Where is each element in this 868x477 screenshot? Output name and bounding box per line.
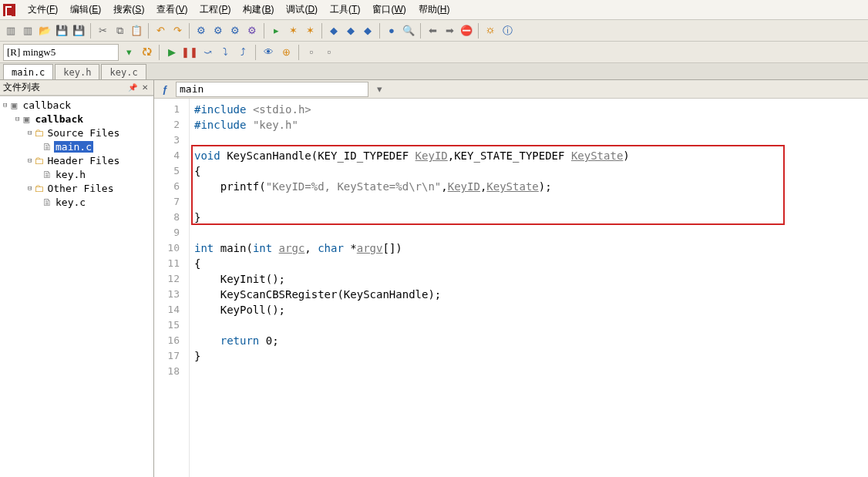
- nav-back-icon[interactable]: ⬅: [425, 23, 440, 39]
- cut-icon[interactable]: ✂: [95, 23, 110, 39]
- panel-close-icon[interactable]: ✕: [140, 82, 150, 93]
- play-icon[interactable]: ▶: [164, 45, 180, 60]
- tab-main-c[interactable]: main.c: [3, 64, 53, 79]
- config-run-icon[interactable]: ▾: [121, 45, 136, 60]
- menu-w[interactable]: 窗口(W): [366, 0, 412, 19]
- separator: [189, 23, 190, 39]
- project-tree[interactable]: ⊟▣callback⊟▣callback⊟🗀Source Files 🗎main…: [0, 96, 153, 477]
- watch-icon[interactable]: 👁: [261, 45, 276, 60]
- stop-icon[interactable]: ⛔: [459, 23, 474, 39]
- open-file-icon[interactable]: 📂: [37, 23, 52, 39]
- tree-group[interactable]: ⊟🗀Header Files: [0, 153, 153, 167]
- step-out-icon[interactable]: ⤴: [235, 45, 251, 60]
- bookmark-prev-icon[interactable]: ◆: [360, 23, 375, 39]
- nav-fwd-icon[interactable]: ➡: [442, 23, 457, 39]
- build-icon[interactable]: ⚙: [193, 23, 209, 39]
- menu-p[interactable]: 工程(P): [193, 0, 237, 19]
- new-file-icon[interactable]: ▥: [3, 23, 19, 39]
- menu-v[interactable]: 查看(V): [150, 0, 193, 19]
- editor-nav-bar: ƒ ▾: [154, 80, 868, 99]
- panel-header: 文件列表 📌 ✕: [0, 80, 153, 96]
- tree-workspace[interactable]: ⊟▣callback: [0, 98, 153, 112]
- build-all-icon[interactable]: ⚙: [210, 23, 226, 39]
- save-icon[interactable]: 💾: [54, 23, 69, 39]
- debug-tool2-icon[interactable]: ✶: [302, 23, 318, 39]
- pause-icon[interactable]: ❚❚: [182, 45, 197, 60]
- step-into-icon[interactable]: ⤵: [217, 45, 233, 60]
- menu-f[interactable]: 文件(F): [22, 0, 64, 19]
- separator: [148, 23, 149, 39]
- tree-group[interactable]: ⊟🗀Other Files: [0, 181, 153, 195]
- tree-group[interactable]: ⊟🗀Source Files: [0, 126, 153, 139]
- target-icon[interactable]: ⊕: [278, 45, 294, 60]
- separator: [321, 23, 322, 39]
- menu-s[interactable]: 搜索(S): [107, 0, 150, 19]
- build-config-select[interactable]: [3, 44, 119, 61]
- function-icon: ƒ: [157, 82, 173, 97]
- fn-dropdown-icon[interactable]: ▾: [372, 82, 387, 97]
- tree-file[interactable]: 🗎key.h: [0, 167, 153, 181]
- menu-b[interactable]: 构建(B): [237, 0, 280, 19]
- rebuild-icon[interactable]: ⚙: [227, 23, 243, 39]
- menubar: 文件(F)编辑(E)搜索(S)查看(V)工程(P)构建(B)调试(D)工具(T)…: [0, 0, 868, 20]
- separator: [159, 45, 160, 60]
- menu-e[interactable]: 编辑(E): [64, 0, 107, 19]
- separator: [478, 23, 479, 39]
- panel-pin-icon[interactable]: 📌: [127, 82, 138, 93]
- debug-tool-icon[interactable]: ✶: [285, 23, 301, 39]
- menu-t[interactable]: 工具(T): [324, 0, 366, 19]
- file-list-panel: 文件列表 📌 ✕ ⊟▣callback⊟▣callback⊟🗀Source Fi…: [0, 80, 154, 477]
- code-text[interactable]: #include <stdio.h>#include "key.h" void …: [190, 99, 868, 477]
- panel-title: 文件列表: [3, 81, 40, 94]
- paste-icon[interactable]: 📋: [129, 23, 144, 39]
- function-select[interactable]: [176, 82, 368, 97]
- app-icon: [3, 4, 15, 16]
- more1-icon[interactable]: ▫: [304, 45, 319, 60]
- tree-file[interactable]: 🗎key.c: [0, 195, 153, 209]
- separator: [379, 23, 380, 39]
- document-tabs: main.ckey.hkey.c: [0, 63, 868, 80]
- help-icon[interactable]: ⓘ: [500, 23, 515, 39]
- find-icon[interactable]: 🔍: [401, 23, 416, 39]
- code-area[interactable]: 123456789101112131415161718 #include <st…: [154, 99, 868, 477]
- separator: [90, 23, 91, 39]
- save-all-icon[interactable]: 💾: [71, 23, 86, 39]
- separator: [420, 23, 421, 39]
- redo-icon[interactable]: ↷: [170, 23, 185, 39]
- step-over-icon[interactable]: ⤻: [200, 45, 215, 60]
- tree-project[interactable]: ⊟▣callback: [0, 112, 153, 126]
- more2-icon[interactable]: ▫: [321, 45, 337, 60]
- run-icon[interactable]: ▸: [268, 23, 284, 39]
- copy-icon[interactable]: ⧉: [112, 23, 127, 39]
- separator: [298, 45, 299, 60]
- config-toolbar: ▾ 🗘 ▶ ❚❚ ⤻ ⤵ ⤴ 👁 ⊕ ▫ ▫: [0, 42, 868, 63]
- bookmark-next-icon[interactable]: ◆: [343, 23, 358, 39]
- editor: ƒ ▾ 123456789101112131415161718 #include…: [154, 80, 868, 477]
- breakpoint-icon[interactable]: ●: [384, 23, 399, 39]
- tree-file[interactable]: 🗎main.c: [0, 139, 153, 153]
- separator: [264, 23, 264, 39]
- build-run-icon[interactable]: ⚙: [244, 23, 260, 39]
- main-toolbar: ▥ ▥ 📂 💾 💾 ✂ ⧉ 📋 ↶ ↷ ⚙ ⚙ ⚙ ⚙ ▸ ✶ ✶ ◆ ◆ ◆ …: [0, 20, 868, 42]
- config-refresh-icon[interactable]: 🗘: [139, 45, 154, 60]
- separator: [255, 45, 256, 60]
- options-icon[interactable]: ⛭: [483, 23, 498, 39]
- main-area: 文件列表 📌 ✕ ⊟▣callback⊟▣callback⊟🗀Source Fi…: [0, 80, 868, 477]
- new-multi-icon[interactable]: ▥: [20, 23, 35, 39]
- undo-icon[interactable]: ↶: [153, 23, 168, 39]
- menu-h[interactable]: 帮助(H): [412, 0, 456, 19]
- line-number-gutter: 123456789101112131415161718: [154, 99, 190, 477]
- bookmark-icon[interactable]: ◆: [326, 23, 341, 39]
- menu-d[interactable]: 调试(D): [280, 0, 324, 19]
- tab-key-h[interactable]: key.h: [55, 64, 99, 79]
- tab-key-c[interactable]: key.c: [101, 64, 146, 79]
